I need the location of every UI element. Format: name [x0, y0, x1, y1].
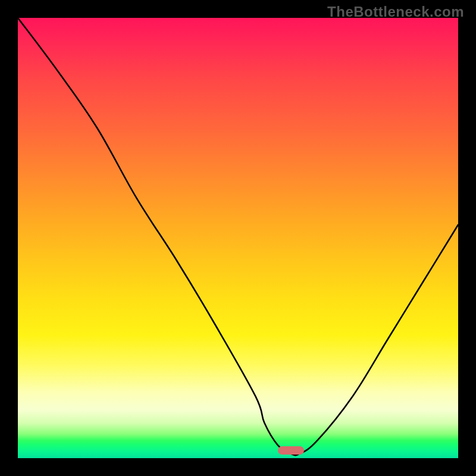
chart-frame: TheBottleneck.com	[0, 0, 476, 476]
plot-area	[18, 18, 458, 458]
watermark-text: TheBottleneck.com	[327, 4, 464, 20]
curve-svg	[18, 18, 458, 458]
optimum-marker	[278, 446, 304, 455]
bottleneck-curve-path	[18, 18, 458, 455]
